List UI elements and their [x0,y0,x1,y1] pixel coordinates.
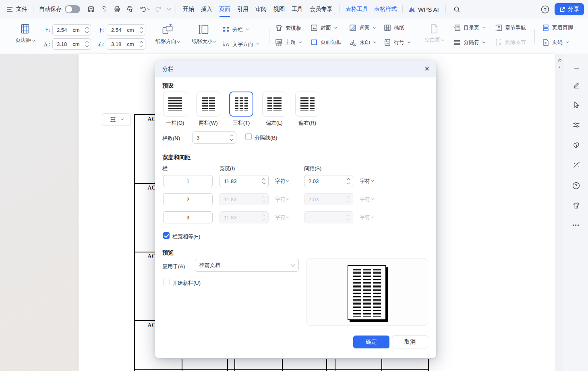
tab-home[interactable]: 开始 [183,6,194,13]
margin-left-field[interactable]: 3.18 cm [52,38,91,50]
table-border [134,114,157,115]
column-number-field[interactable]: 3 [163,211,213,223]
tab-insert[interactable]: 插入 [201,6,212,13]
print-icon[interactable] [114,6,121,13]
collapse-ribbon-icon[interactable] [557,57,563,63]
line-number-button[interactable]: 12 行号 [383,38,410,46]
delete-section-icon [495,38,503,46]
tab-table-style[interactable]: 表格样式 [374,6,397,13]
divider [534,29,535,44]
column-number-field[interactable]: 1 [163,175,213,187]
hand-leaf-icon[interactable] [571,140,582,150]
scroll-up-arrow[interactable]: ▲ [558,65,561,69]
margin-right-field[interactable]: 3.18 cm [107,38,145,50]
spinner[interactable] [86,27,88,33]
cancel-button[interactable]: 取消 [392,336,428,348]
table-quick-button[interactable] [102,113,131,125]
help-icon[interactable] [571,180,582,191]
tab-review[interactable]: 审阅 [255,6,267,13]
tab-reference[interactable]: 引用 [237,6,248,13]
save-icon[interactable] [87,6,95,13]
tab-page[interactable]: 页面 [219,6,230,13]
spinner[interactable] [86,42,88,47]
export-pdf-icon[interactable] [101,6,108,13]
skin-theme-icon[interactable] [571,200,582,211]
upload-cloud-icon[interactable] [540,5,550,14]
print-preview-icon[interactable] [126,6,133,13]
columns-button[interactable]: 分栏 [222,26,248,33]
spinner[interactable] [263,179,265,184]
select-cursor-icon[interactable] [571,100,582,110]
tab-table-tools[interactable]: 表格工具 [346,6,368,13]
paper-orientation-button[interactable]: 纸张方向 [150,23,185,45]
wps-ai-label[interactable]: WPS AI [418,6,439,13]
spinner[interactable] [230,135,233,140]
chapter-nav-icon [495,24,503,32]
theme-button[interactable]: Aa 主题 [275,38,301,46]
margin-right-label: 右: [98,41,105,48]
spacing-field[interactable]: 2.03 [304,175,353,187]
background-button[interactable]: 背景 [349,24,375,32]
margin-bottom-field[interactable]: 2.54 cm [107,24,145,35]
preset-three-columns-selected[interactable] [229,92,253,117]
undo-icon[interactable] [139,6,147,13]
spinner[interactable] [140,42,143,47]
spinner[interactable] [347,179,350,184]
columns-count-field[interactable]: 3 [192,131,236,144]
template-button[interactable]: ★ 套模板 [275,24,301,32]
preset-left-narrow[interactable] [262,92,286,117]
autosave-toggle[interactable] [65,5,80,13]
toc-page-button[interactable]: 目录页 [453,24,485,32]
adjust-settings-icon[interactable] [571,120,582,130]
main-menu-icon[interactable] [6,6,13,12]
spacing-unit-dropdown[interactable]: 字符 [360,175,373,187]
spinner[interactable] [140,27,143,33]
equal-width-checkbox[interactable] [163,232,170,239]
cover-button[interactable]: 封面 [310,24,337,32]
column-number-field[interactable]: 2 [163,193,213,205]
share-button[interactable]: 分享 [555,3,584,15]
search-icon[interactable] [453,6,461,13]
header-footer-button[interactable]: 页眉页脚 [542,24,573,32]
grid-paper-button[interactable]: 稿纸 [383,24,404,32]
page-margins-button[interactable]: 页边距 [7,23,43,44]
text-direction-button[interactable]: A 文字方向 [222,40,259,48]
margin-bottom-label: 下: [98,27,105,34]
annotate-pen-icon[interactable] [571,80,582,90]
redo-icon[interactable] [155,6,162,13]
width-unit-dropdown[interactable]: 字符 [275,175,289,187]
ok-button[interactable]: 确定 [353,336,389,348]
chevron-down-icon[interactable] [121,117,124,120]
apply-to-label: 应用于(A) [162,263,185,270]
page-number-button[interactable]: # 页码 [542,38,568,46]
divider [118,116,118,123]
close-icon[interactable]: ✕ [424,65,430,73]
more-tools-icon[interactable]: ••• [571,220,582,231]
separator-button[interactable]: 分隔符 [453,38,485,46]
width-field[interactable]: 11.83 [219,175,269,187]
undo-dropdown-icon[interactable] [147,7,150,10]
wps-ai-logo-icon[interactable] [408,6,416,13]
preset-one-column[interactable] [163,92,187,117]
dialog-titlebar[interactable] [155,61,436,77]
tab-tools[interactable]: 工具 [292,6,303,13]
more-commands-icon[interactable] [167,6,171,10]
blank-page-label: 空白页 [425,37,441,43]
preset-right-narrow[interactable] [295,92,319,117]
preset-two-columns[interactable] [196,92,220,117]
svg-text:★: ★ [279,27,282,31]
file-menu[interactable]: 文件 [16,6,27,13]
start-new-column-checkbox [163,279,170,285]
paper-size-button[interactable]: 纸张大小 [186,23,222,45]
margin-top-field[interactable]: 2.54 cm [52,24,91,35]
divider-line-checkbox[interactable] [245,133,252,140]
page-border-button[interactable]: 页面边框 [310,38,342,46]
chapter-nav-button[interactable]: 章节导航 [495,24,526,32]
tab-member[interactable]: 会员专享 [310,6,332,13]
watermark-button[interactable]: 水印 [349,38,376,47]
vertical-scrollbar[interactable]: ▲ [555,54,564,371]
apply-to-select[interactable]: 整篇文档 [195,259,299,272]
magic-wand-icon[interactable] [571,160,582,170]
collapse-panel-icon[interactable] [571,63,582,73]
tab-view[interactable]: 视图 [273,6,285,13]
